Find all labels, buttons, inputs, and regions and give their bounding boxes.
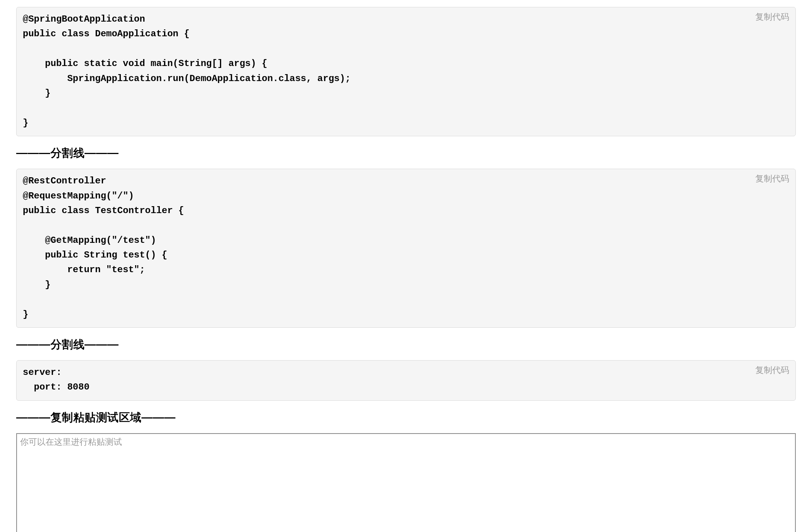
- code-block-2: 复制代码 @RestController @RequestMapping("/"…: [16, 169, 796, 328]
- copy-code-button[interactable]: 复制代码: [755, 173, 789, 185]
- code-block-3: 复制代码 server: port: 8080: [16, 360, 796, 401]
- test-area-heading: ———复制粘贴测试区域———: [16, 410, 796, 425]
- code-content: @SpringBootApplication public class Demo…: [23, 12, 789, 130]
- divider-heading: ———分割线———: [16, 146, 796, 161]
- code-block-1: 复制代码 @SpringBootApplication public class…: [16, 7, 796, 136]
- code-content: server: port: 8080: [23, 365, 789, 395]
- copy-code-button[interactable]: 复制代码: [755, 364, 789, 376]
- copy-code-button[interactable]: 复制代码: [755, 11, 789, 23]
- divider-heading: ———分割线———: [16, 337, 796, 352]
- code-content: @RestController @RequestMapping("/") pub…: [23, 174, 789, 322]
- paste-test-textarea[interactable]: [16, 433, 796, 532]
